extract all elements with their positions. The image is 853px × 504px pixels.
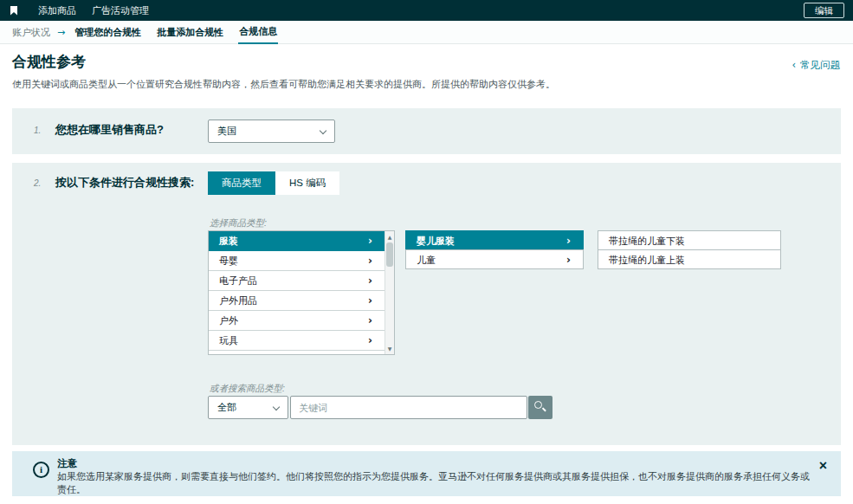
step2-number: 2. <box>34 178 41 188</box>
step1-question: 您想在哪里销售商品? <box>55 122 164 138</box>
country-select[interactable]: 美国 <box>208 120 335 143</box>
top-menu: 添加商品 广告活动管理 <box>38 4 149 17</box>
country-select-value: 美国 <box>217 125 236 138</box>
search-scope-select[interactable]: 全部 <box>208 396 288 419</box>
bookmark-icon <box>10 6 17 16</box>
tab-product-type[interactable]: 商品类型 <box>208 171 275 195</box>
category-row[interactable]: 户外用品 <box>209 291 384 311</box>
chevron-down-icon <box>320 127 326 134</box>
category-row[interactable]: 带拉绳的儿童下装 <box>598 230 781 250</box>
choose-type-label: 选择商品类型: <box>210 217 267 229</box>
category-row[interactable]: 户外 <box>209 311 384 331</box>
note-title: 注意 <box>57 457 77 470</box>
nav-compliance-info[interactable]: 合规信息 <box>238 21 278 44</box>
step1-card: 1. 您想在哪里销售商品? 美国 <box>12 108 841 154</box>
close-icon[interactable]: × <box>819 459 827 473</box>
nav-manage-compliance[interactable]: 管理您的合规性 <box>74 22 142 43</box>
tab-hs-code[interactable]: HS 编码 <box>275 171 339 195</box>
chevron-right-icon <box>566 250 571 269</box>
keyword-input[interactable] <box>290 396 527 419</box>
category-list-level1: 服装 母婴 电子产品 户外用品 户外 玩具 家居装修 <box>208 230 395 355</box>
category-list-level3: 带拉绳的儿童下装 带拉绳的儿童上装 <box>598 230 781 269</box>
search-icon <box>534 401 542 409</box>
page-title: 合规性参考 <box>12 52 86 72</box>
category-row[interactable]: 家居装修 <box>209 351 384 354</box>
category-list-level2: 婴儿服装 儿童 <box>405 230 584 269</box>
nav-bulk-add-compliance[interactable]: 批量添加合规性 <box>156 22 224 43</box>
chevron-right-icon <box>368 311 372 330</box>
chevron-right-icon <box>368 351 372 354</box>
category-row[interactable]: 带拉绳的儿童上装 <box>598 249 781 269</box>
step2-card: 2. 按以下条件进行合规性搜索: 商品类型 HS 编码 选择商品类型: 服装 母… <box>12 163 841 445</box>
category-rows: 服装 母婴 电子产品 户外用品 户外 玩具 家居装修 <box>209 231 384 354</box>
faq-link[interactable]: ‹常见问题 <box>792 59 840 72</box>
category-row[interactable]: 电子产品 <box>209 271 384 291</box>
step1-number: 1. <box>34 126 41 135</box>
chevron-down-icon <box>273 404 280 410</box>
note-banner: 注意 如果您选用某家服务提供商，则需要直接与他们签约。他们将按照您的指示为您提供… <box>12 451 841 496</box>
breadcrumb-account-health[interactable]: 账户状况 <box>12 26 50 39</box>
chevron-right-icon <box>368 231 372 250</box>
category-row[interactable]: 玩具 <box>209 331 384 351</box>
scrollbar-thumb[interactable] <box>386 242 393 267</box>
category-row[interactable]: 儿童 <box>405 249 584 269</box>
chevron-right-icon <box>566 231 571 250</box>
menu-item-add-product[interactable]: 添加商品 <box>38 4 76 17</box>
chevron-right-icon <box>368 251 372 270</box>
category-row[interactable]: 服装 <box>209 231 384 251</box>
compliance-reference-page: 添加商品 广告活动管理 编辑 账户状况 → 管理您的合规性 批量添加合规性 合规… <box>0 0 853 504</box>
list-scrollbar[interactable] <box>384 231 394 354</box>
top-nav-bar: 添加商品 广告活动管理 编辑 <box>0 0 853 21</box>
note-text: 如果您选用某家服务提供商，则需要直接与他们签约。他们将按照您的指示为您提供服务。… <box>57 470 811 496</box>
category-row[interactable]: 婴儿服装 <box>405 230 584 250</box>
category-row[interactable]: 母婴 <box>209 251 384 271</box>
chevron-right-icon <box>368 291 372 310</box>
search-type-label: 或者搜索商品类型: <box>210 383 285 395</box>
info-icon <box>33 462 49 478</box>
page-description: 使用关键词或商品类型从一个位置研究合规性帮助内容，然后查看可帮助您满足相关要求的… <box>12 78 817 91</box>
search-scope-value: 全部 <box>217 401 236 414</box>
scroll-up-icon[interactable] <box>385 234 394 240</box>
edit-button[interactable]: 编辑 <box>804 3 844 18</box>
chevron-left-icon: ‹ <box>792 59 796 71</box>
search-mode-tabs: 商品类型 HS 编码 <box>208 171 339 195</box>
chevron-right-icon <box>368 331 372 350</box>
scroll-down-icon[interactable] <box>385 346 394 352</box>
chevron-right-icon <box>368 271 372 290</box>
search-button[interactable] <box>528 396 553 419</box>
step2-question: 按以下条件进行合规性搜索: <box>55 175 194 191</box>
menu-item-campaign-manager[interactable]: 广告活动管理 <box>92 4 149 17</box>
breadcrumb-arrow-icon: → <box>57 27 65 38</box>
breadcrumb: 账户状况 → 管理您的合规性 批量添加合规性 合规信息 <box>0 21 853 44</box>
